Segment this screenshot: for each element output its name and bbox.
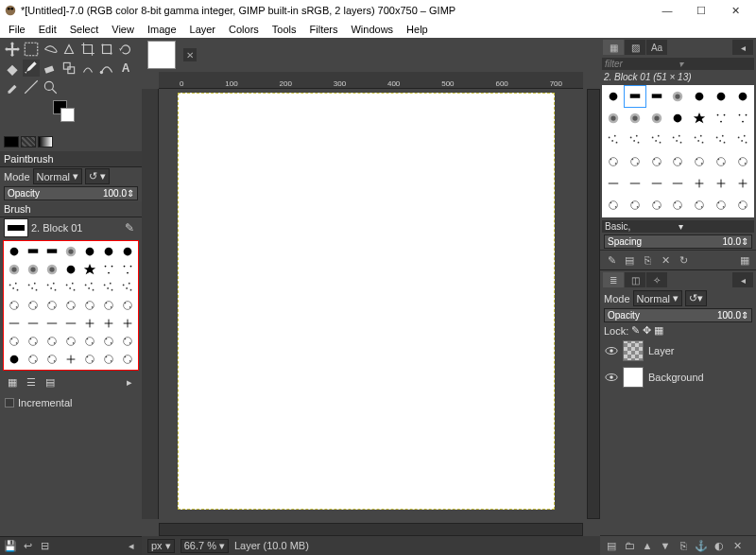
- horizontal-scrollbar[interactable]: [159, 523, 583, 536]
- brush-item[interactable]: [25, 243, 43, 260]
- brush-item[interactable]: [62, 351, 80, 368]
- brush-item[interactable]: [625, 173, 645, 194]
- brush-item[interactable]: [6, 315, 24, 332]
- brush-item[interactable]: [43, 279, 61, 296]
- brush-item[interactable]: [689, 151, 710, 172]
- brush-item[interactable]: [43, 243, 61, 260]
- background-color[interactable]: [60, 108, 75, 122]
- brush-item[interactable]: [25, 279, 43, 296]
- active-pattern-indicator[interactable]: [21, 136, 36, 147]
- brush-item[interactable]: [118, 369, 136, 371]
- unit-select[interactable]: px ▾: [147, 539, 175, 553]
- merge-down-icon[interactable]: ⚓: [694, 539, 709, 552]
- brush-item[interactable]: [62, 315, 80, 332]
- brush-item[interactable]: [118, 315, 136, 332]
- brush-item[interactable]: [99, 243, 117, 260]
- visibility-icon[interactable]: [605, 373, 618, 382]
- brush-item[interactable]: [6, 333, 24, 350]
- brush-item[interactable]: [62, 369, 80, 371]
- brush-item[interactable]: [118, 333, 136, 350]
- new-group-icon[interactable]: 🗀: [622, 539, 637, 552]
- brush-item[interactable]: [603, 108, 624, 129]
- tool-eraser[interactable]: [42, 60, 59, 77]
- brush-item[interactable]: [62, 333, 80, 350]
- brush-item[interactable]: [646, 130, 667, 150]
- tab-menu-icon[interactable]: ◂: [732, 40, 753, 55]
- brush-item[interactable]: [668, 108, 689, 129]
- active-gradient-indicator[interactable]: [38, 136, 53, 147]
- brush-item[interactable]: [43, 333, 61, 350]
- menu-help[interactable]: Help: [402, 23, 433, 36]
- brush-item[interactable]: [25, 333, 43, 350]
- mask-icon[interactable]: ◐: [712, 539, 727, 552]
- brush-item[interactable]: [99, 279, 117, 296]
- menu-edit[interactable]: Edit: [34, 23, 61, 36]
- brush-item[interactable]: [732, 86, 753, 107]
- brush-item[interactable]: [668, 151, 689, 172]
- brush-item[interactable]: [603, 173, 624, 194]
- brush-item[interactable]: [603, 130, 624, 150]
- brush-item[interactable]: [99, 261, 117, 278]
- layer-row[interactable]: Layer: [600, 338, 756, 364]
- new-layer-icon[interactable]: ▤: [604, 539, 619, 552]
- brush-item[interactable]: [668, 130, 689, 150]
- tab-fonts[interactable]: Aa: [646, 40, 667, 55]
- brush-item[interactable]: [25, 297, 43, 314]
- brush-item[interactable]: [6, 369, 24, 371]
- brush-item[interactable]: [43, 351, 61, 368]
- brush-item[interactable]: [43, 315, 61, 332]
- tool-move[interactable]: [4, 41, 21, 58]
- brush-item[interactable]: [646, 151, 667, 172]
- brush-item[interactable]: [62, 279, 80, 296]
- tool-rect-select[interactable]: [23, 41, 40, 58]
- duplicate-brush-icon[interactable]: ⎘: [640, 253, 655, 267]
- menu-layer[interactable]: Layer: [185, 23, 221, 36]
- opacity-slider[interactable]: Opacity 100.0⇕: [4, 186, 138, 200]
- tab-menu-icon-2[interactable]: ◂: [732, 272, 753, 287]
- brush-item[interactable]: [99, 333, 117, 350]
- brush-item[interactable]: [99, 351, 117, 368]
- visibility-icon[interactable]: [605, 346, 618, 356]
- brush-item[interactable]: [732, 151, 753, 172]
- view-small-icon[interactable]: ▦: [5, 375, 20, 390]
- brush-item[interactable]: [80, 261, 98, 278]
- mode-reset[interactable]: ↺▾: [85, 168, 110, 184]
- brush-item[interactable]: [711, 151, 731, 172]
- restore-preset-icon[interactable]: ↩: [21, 540, 34, 553]
- brush-item[interactable]: [646, 173, 667, 194]
- brush-item[interactable]: [732, 108, 753, 129]
- save-preset-icon[interactable]: 💾: [4, 540, 17, 553]
- brush-item[interactable]: [625, 108, 645, 129]
- brush-item[interactable]: [62, 297, 80, 314]
- tool-measure[interactable]: [23, 78, 40, 95]
- active-brush-indicator[interactable]: [4, 136, 19, 147]
- duplicate-layer-icon[interactable]: ⎘: [676, 539, 691, 552]
- tool-transform[interactable]: [98, 41, 115, 58]
- tool-free-select[interactable]: [42, 41, 59, 58]
- brush-item[interactable]: [25, 261, 43, 278]
- brush-item[interactable]: [43, 261, 61, 278]
- brush-item[interactable]: [25, 369, 43, 371]
- brush-item[interactable]: [118, 279, 136, 296]
- brush-item[interactable]: [6, 279, 24, 296]
- brush-item[interactable]: [118, 297, 136, 314]
- tool-rotate[interactable]: [117, 41, 134, 58]
- brush-item[interactable]: [43, 297, 61, 314]
- delete-brush-icon[interactable]: ✕: [658, 253, 673, 267]
- layer-opacity-slider[interactable]: Opacity100.0⇕: [604, 308, 752, 322]
- brush-item[interactable]: [732, 130, 753, 150]
- brush-item[interactable]: [668, 173, 689, 194]
- menu-tools[interactable]: Tools: [267, 23, 301, 36]
- zoom-select[interactable]: 66.7 % ▾: [180, 539, 229, 553]
- menu-windows[interactable]: Windows: [346, 23, 398, 36]
- tool-text[interactable]: A: [117, 60, 134, 77]
- layer-row[interactable]: Background: [600, 364, 756, 390]
- horizontal-ruler[interactable]: 0100200300400500600700: [159, 72, 583, 89]
- brush-item[interactable]: [625, 86, 645, 107]
- vertical-scrollbar[interactable]: [587, 89, 600, 519]
- brush-item[interactable]: [62, 261, 80, 278]
- view-toggle-icon[interactable]: ▸: [122, 375, 137, 390]
- brush-grid[interactable]: [3, 240, 139, 371]
- brush-item[interactable]: [732, 195, 753, 216]
- brush-item[interactable]: [80, 243, 98, 260]
